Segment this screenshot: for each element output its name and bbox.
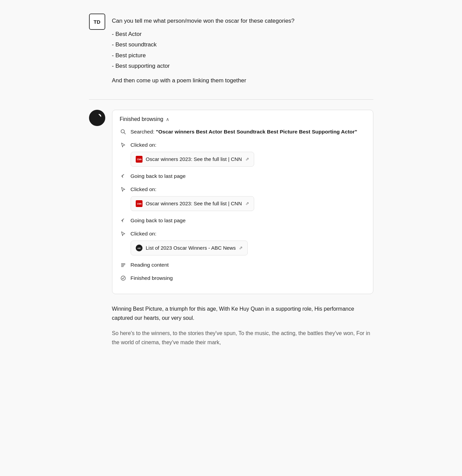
back-icon-2: [120, 217, 127, 224]
clicked-on-label-1: Clicked on:: [131, 142, 157, 148]
svg-point-10: [121, 276, 125, 281]
category-1: - Best Actor: [112, 29, 373, 39]
browsing-reading-item: Reading content: [120, 261, 366, 269]
poem-section: Winning Best Picture, a triumph for this…: [112, 301, 373, 347]
cnn-favicon-1: CNN: [136, 156, 142, 163]
svg-text:CNN: CNN: [137, 203, 141, 205]
openai-logo-icon: [92, 113, 102, 123]
back-label-1: Going back to last page: [131, 172, 186, 180]
lines-icon: [120, 262, 127, 268]
poem-partial-bottom: So here's to the winners, to the stories…: [112, 329, 373, 347]
reading-label: Reading content: [131, 261, 169, 269]
category-3: - Best picture: [112, 51, 373, 60]
cursor-icon-3: [120, 230, 127, 237]
user-message: TD Can you tell me what person/movie won…: [89, 14, 373, 89]
external-link-icon-1: ⇗: [245, 156, 249, 163]
cursor-icon-1: [120, 142, 127, 148]
search-text: Searched: "Oscar winners Best Actor Best…: [131, 128, 357, 136]
cnn-link-title-2: Oscar winners 2023: See the full list | …: [146, 200, 242, 208]
search-prefix: Searched:: [131, 129, 156, 134]
browsing-header[interactable]: Finished browsing ∧: [120, 116, 366, 122]
check-icon: [120, 275, 127, 282]
search-icon: [120, 128, 127, 135]
section-divider: [89, 99, 373, 100]
finished-label: Finished browsing: [131, 274, 173, 282]
page-container: TD Can you tell me what person/movie won…: [79, 0, 383, 367]
browsing-back-item-2: Going back to last page: [120, 216, 366, 224]
category-4: - Best supporting actor: [112, 61, 373, 70]
back-icon-1: [120, 173, 127, 180]
cnn-link-title-1: Oscar winners 2023: See the full list | …: [146, 156, 242, 163]
user-closing: And then come up with a poem linking the…: [112, 76, 373, 85]
clicked-on-label-3: Clicked on:: [131, 231, 157, 236]
link-card-cnn-2[interactable]: CNN Oscar winners 2023: See the full lis…: [131, 196, 254, 211]
browsing-back-item-1: Going back to last page: [120, 172, 366, 180]
svg-line-1: [124, 133, 125, 134]
browsing-click-item-1: Clicked on: CNN Oscar winners 2023: See …: [120, 141, 366, 167]
external-link-icon-3: ⇗: [239, 245, 243, 251]
browsing-search-item: Searched: "Oscar winners Best Actor Best…: [120, 128, 366, 136]
back-label-2: Going back to last page: [131, 216, 186, 224]
cnn-favicon-2: CNN: [136, 200, 142, 207]
browsing-panel: Finished browsing ∧ Searched: "Oscar win…: [112, 110, 373, 294]
link-card-abc[interactable]: ABC List of 2023 Oscar Winners - ABC New…: [131, 241, 248, 256]
click-label-1: Clicked on: CNN Oscar winners 2023: See …: [131, 141, 254, 167]
cursor-icon-2: [120, 186, 127, 193]
browsing-click-item-3: Clicked on: ABC List of 2023 Oscar Winne…: [120, 230, 366, 255]
svg-text:ABC: ABC: [137, 248, 141, 249]
chevron-up-icon: ∧: [166, 117, 169, 122]
external-link-icon-2: ⇗: [245, 200, 249, 207]
browsing-finished-item: Finished browsing: [120, 274, 366, 282]
search-query: "Oscar winners Best Actor Best Soundtrac…: [156, 129, 357, 134]
abc-link-title: List of 2023 Oscar Winners - ABC News: [146, 244, 236, 252]
ai-avatar: [89, 110, 105, 126]
poem-partial-top: Winning Best Picture, a triumph for this…: [112, 304, 373, 323]
user-categories: - Best Actor - Best soundtrack - Best pi…: [112, 29, 373, 70]
user-question: Can you tell me what person/movie won th…: [112, 16, 373, 25]
user-content: Can you tell me what person/movie won th…: [112, 14, 373, 89]
click-label-3: Clicked on: ABC List of 2023 Oscar Winne…: [131, 230, 248, 255]
click-label-2: Clicked on: CNN Oscar winners 2023: See …: [131, 185, 254, 211]
svg-text:CNN: CNN: [137, 158, 141, 161]
ai-message: Finished browsing ∧ Searched: "Oscar win…: [89, 110, 373, 353]
user-avatar: TD: [89, 14, 105, 30]
abc-favicon: ABC: [136, 245, 142, 251]
link-card-cnn-1[interactable]: CNN Oscar winners 2023: See the full lis…: [131, 152, 254, 167]
category-2: - Best soundtrack: [112, 40, 373, 49]
browsing-header-label: Finished browsing: [120, 116, 163, 122]
ai-content: Finished browsing ∧ Searched: "Oscar win…: [112, 110, 373, 353]
clicked-on-label-2: Clicked on:: [131, 186, 157, 192]
browsing-click-item-2: Clicked on: CNN Oscar winners 2023: See …: [120, 185, 366, 211]
